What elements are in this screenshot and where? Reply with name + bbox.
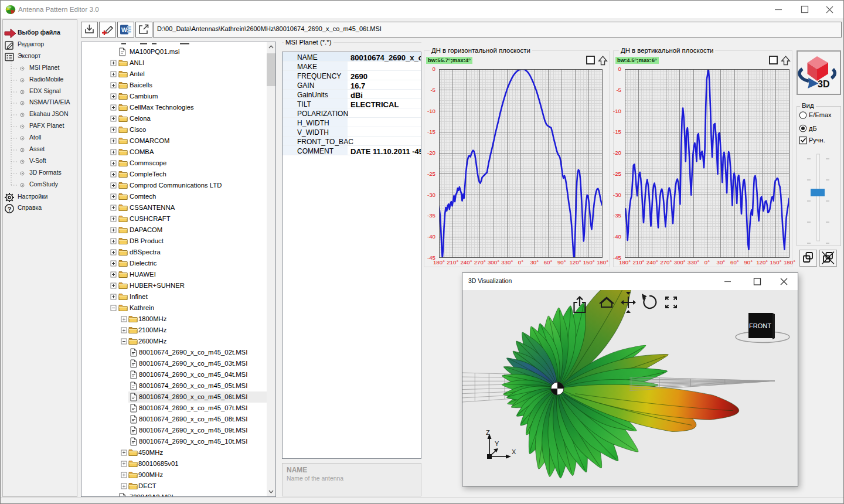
svg-text:W: W — [121, 26, 127, 33]
svg-text:?: ? — [8, 206, 12, 213]
svg-text:FRONT: FRONT — [749, 322, 771, 329]
svg-text:3D: 3D — [818, 79, 829, 89]
svg-text:Y: Y — [495, 440, 499, 447]
svg-text:X: X — [512, 448, 516, 455]
svg-text:Z: Z — [486, 429, 490, 436]
